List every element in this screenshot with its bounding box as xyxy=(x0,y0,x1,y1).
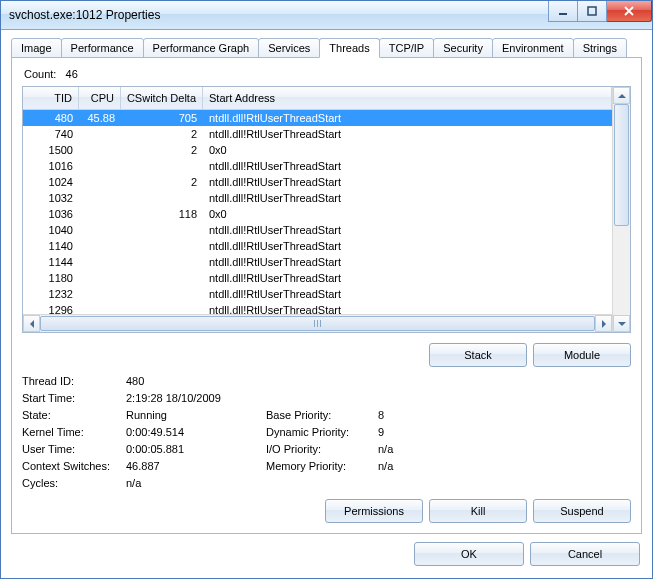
suspend-button[interactable]: Suspend xyxy=(533,499,631,523)
cell-start-address: 0x0 xyxy=(203,208,612,220)
cell-tid: 1232 xyxy=(23,288,79,300)
svg-rect-1 xyxy=(588,7,596,15)
table-row[interactable]: 1016ntdll.dll!RtlUserThreadStart xyxy=(23,158,612,174)
label-start-time: Start Time: xyxy=(22,392,126,404)
cell-tid: 1040 xyxy=(23,224,79,236)
table-row[interactable]: 150020x0 xyxy=(23,142,612,158)
tab-services[interactable]: Services xyxy=(258,38,320,58)
maximize-button[interactable] xyxy=(578,1,607,22)
value-base-priority: 8 xyxy=(378,409,631,421)
table-row[interactable]: 1032ntdll.dll!RtlUserThreadStart xyxy=(23,190,612,206)
permissions-button[interactable]: Permissions xyxy=(325,499,423,523)
cell-start-address: ntdll.dll!RtlUserThreadStart xyxy=(203,240,612,252)
scroll-right-button[interactable] xyxy=(595,315,612,332)
count-label: Count: xyxy=(24,68,56,80)
scroll-left-button[interactable] xyxy=(23,315,40,332)
horizontal-scroll-thumb[interactable] xyxy=(40,316,595,331)
stack-button[interactable]: Stack xyxy=(429,343,527,367)
window-title: svchost.exe:1012 Properties xyxy=(9,8,548,22)
cell-start-address: ntdll.dll!RtlUserThreadStart xyxy=(203,160,612,172)
cell-cswitch: 2 xyxy=(121,144,203,156)
table-row[interactable]: 48045.88705ntdll.dll!RtlUserThreadStart xyxy=(23,110,612,126)
cancel-button[interactable]: Cancel xyxy=(530,542,640,566)
thread-details: Thread ID: 480 Start Time: 2:19:28 18/10… xyxy=(22,375,631,489)
tab-body-threads: Count: 46 TID CPU CSwitch Delta Start Ad… xyxy=(11,57,642,534)
cell-cswitch: 2 xyxy=(121,128,203,140)
value-memory-priority: n/a xyxy=(378,460,631,472)
cell-start-address: ntdll.dll!RtlUserThreadStart xyxy=(203,256,612,268)
table-row[interactable]: 10361180x0 xyxy=(23,206,612,222)
scroll-down-button[interactable] xyxy=(613,315,630,332)
client-area: ImagePerformancePerformance GraphService… xyxy=(1,30,652,578)
column-header-cswitch[interactable]: CSwitch Delta xyxy=(121,87,203,109)
cell-cswitch: 118 xyxy=(121,208,203,220)
label-user-time: User Time: xyxy=(22,443,126,455)
cell-start-address: ntdll.dll!RtlUserThreadStart xyxy=(203,272,612,284)
tab-threads[interactable]: Threads xyxy=(319,38,379,58)
tab-performance[interactable]: Performance xyxy=(61,38,144,58)
cell-cswitch: 2 xyxy=(121,176,203,188)
table-row[interactable]: 1232ntdll.dll!RtlUserThreadStart xyxy=(23,286,612,302)
label-kernel-time: Kernel Time: xyxy=(22,426,126,438)
threads-grid: TID CPU CSwitch Delta Start Address 4804… xyxy=(22,86,631,333)
tab-strings[interactable]: Strings xyxy=(573,38,627,58)
cell-tid: 1036 xyxy=(23,208,79,220)
titlebar[interactable]: svchost.exe:1012 Properties xyxy=(1,1,652,30)
cell-start-address: ntdll.dll!RtlUserThreadStart xyxy=(203,112,612,124)
cell-start-address: ntdll.dll!RtlUserThreadStart xyxy=(203,192,612,204)
window-buttons xyxy=(548,1,652,29)
count-row: Count: 46 xyxy=(24,68,629,80)
tab-environment[interactable]: Environment xyxy=(492,38,574,58)
label-state: State: xyxy=(22,409,126,421)
cell-tid: 1140 xyxy=(23,240,79,252)
cell-tid: 1144 xyxy=(23,256,79,268)
tab-security[interactable]: Security xyxy=(433,38,493,58)
horizontal-scrollbar[interactable] xyxy=(23,314,612,332)
cell-tid: 480 xyxy=(23,112,79,124)
column-header-tid[interactable]: TID xyxy=(23,87,79,109)
table-row[interactable]: 1040ntdll.dll!RtlUserThreadStart xyxy=(23,222,612,238)
value-context-switches: 46.887 xyxy=(126,460,266,472)
value-kernel-time: 0:00:49.514 xyxy=(126,426,266,438)
column-header-start-address[interactable]: Start Address xyxy=(203,87,612,109)
value-io-priority: n/a xyxy=(378,443,631,455)
dialog-buttons: OK Cancel xyxy=(11,534,642,568)
minimize-button[interactable] xyxy=(548,1,578,22)
table-row[interactable]: 7402ntdll.dll!RtlUserThreadStart xyxy=(23,126,612,142)
scroll-up-button[interactable] xyxy=(613,87,630,104)
cell-tid: 1180 xyxy=(23,272,79,284)
cell-start-address: ntdll.dll!RtlUserThreadStart xyxy=(203,224,612,236)
cell-tid: 1032 xyxy=(23,192,79,204)
vertical-scroll-thumb[interactable] xyxy=(614,104,629,226)
tab-tcp-ip[interactable]: TCP/IP xyxy=(379,38,434,58)
cell-cswitch: 705 xyxy=(121,112,203,124)
svg-rect-0 xyxy=(559,13,567,15)
grid-rows[interactable]: 48045.88705ntdll.dll!RtlUserThreadStart7… xyxy=(23,110,612,314)
label-io-priority: I/O Priority: xyxy=(266,443,378,455)
table-row[interactable]: 1140ntdll.dll!RtlUserThreadStart xyxy=(23,238,612,254)
table-row[interactable]: 1296ntdll.dll!RtlUserThreadStart xyxy=(23,302,612,314)
label-thread-id: Thread ID: xyxy=(22,375,126,387)
cell-tid: 1296 xyxy=(23,304,79,314)
table-row[interactable]: 1144ntdll.dll!RtlUserThreadStart xyxy=(23,254,612,270)
label-base-priority: Base Priority: xyxy=(266,409,378,421)
stack-module-buttons: Stack Module xyxy=(22,343,631,367)
module-button[interactable]: Module xyxy=(533,343,631,367)
table-row[interactable]: 10242ntdll.dll!RtlUserThreadStart xyxy=(23,174,612,190)
vertical-scrollbar[interactable] xyxy=(612,87,630,332)
column-header-cpu[interactable]: CPU xyxy=(79,87,121,109)
thread-action-buttons: Permissions Kill Suspend xyxy=(22,499,631,523)
value-state: Running xyxy=(126,409,266,421)
grid-header: TID CPU CSwitch Delta Start Address xyxy=(23,87,612,110)
ok-button[interactable]: OK xyxy=(414,542,524,566)
kill-button[interactable]: Kill xyxy=(429,499,527,523)
value-dynamic-priority: 9 xyxy=(378,426,631,438)
tab-performance-graph[interactable]: Performance Graph xyxy=(143,38,260,58)
cell-start-address: ntdll.dll!RtlUserThreadStart xyxy=(203,304,612,314)
vertical-scroll-track[interactable] xyxy=(613,104,630,315)
tab-image[interactable]: Image xyxy=(11,38,62,58)
table-row[interactable]: 1180ntdll.dll!RtlUserThreadStart xyxy=(23,270,612,286)
value-thread-id: 480 xyxy=(126,375,266,387)
close-button[interactable] xyxy=(607,1,652,22)
cell-cpu: 45.88 xyxy=(79,112,121,124)
